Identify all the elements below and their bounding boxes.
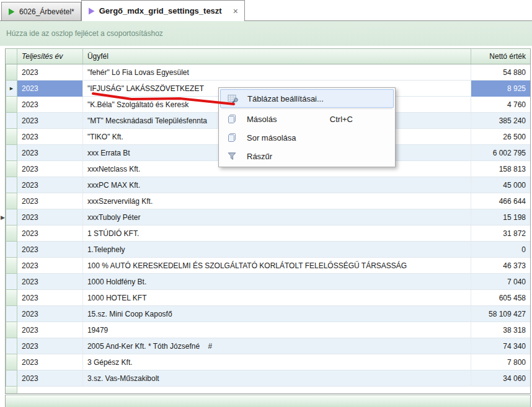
row-indicator-cell[interactable] [6,145,17,161]
row-indicator-cell[interactable] [6,113,17,129]
cell-year[interactable]: 2023 [17,306,83,322]
cell-value[interactable]: 15 198 [471,209,530,225]
cell-value[interactable]: 38 318 [471,322,530,338]
group-by-panel[interactable]: Húzza ide az oszlop fejlécet a csoportos… [0,21,532,46]
cell-value[interactable]: 45 000 [471,177,530,193]
row-indicator-cell[interactable] [6,193,17,209]
cell-year[interactable]: 2023 [17,64,83,81]
table-row[interactable]: 20231947938 318 [6,322,530,338]
table-row[interactable]: 20231 STÚDIÓ KFT.31 872 [6,225,530,242]
cell-year[interactable]: 2023 [17,113,83,129]
cell-year[interactable]: 2023 [17,354,83,370]
row-indicator-cell[interactable] [6,306,17,322]
cell-customer[interactable]: "fehér" Ló Fia Lovas Egyesület [83,64,471,81]
cell-value[interactable]: 34 060 [471,370,530,387]
cell-year[interactable]: 2023 [17,97,83,113]
cell-year[interactable]: 2023 [17,161,83,177]
row-indicator-cell[interactable] [6,242,17,258]
cell-year[interactable]: 2023 [17,177,83,193]
cell-customer[interactable]: 1.Telephely [83,242,471,258]
table-row[interactable]: 2023100 % AUTÓ KERESKEDELMI ÉS SZOLGÁLTA… [6,258,530,274]
cell-customer[interactable]: 100 % AUTÓ KERESKEDELMI ÉS SZOLGÁLTATÓ K… [83,258,471,274]
cell-value[interactable]: 6 002 795 [471,145,530,161]
menu-item-copy[interactable]: MásolásCtrl+C [220,110,394,128]
cell-value[interactable]: 466 644 [471,193,530,209]
tab-gergo-mdx-grid-settings-teszt[interactable]: Gergő_mdx_grid_settings_teszt × [81,0,245,21]
cell-value[interactable]: 74 340 [471,338,530,354]
cell-year[interactable]: 2023 [17,129,83,145]
row-indicator-cell[interactable] [6,290,17,306]
row-indicator-cell[interactable] [6,322,17,338]
cell-value[interactable]: 605 458 [471,290,530,306]
table-row[interactable]: 2023xxxSzervervilág Kft.466 644 [6,193,530,209]
table-row[interactable]: 20231000 HOTEL KFT605 458 [6,290,530,306]
cell-value[interactable]: 7 040 [471,274,530,290]
cell-customer[interactable]: xxxTuboly Péter [83,209,471,225]
row-indicator-cell[interactable] [6,354,17,370]
cell-customer[interactable]: 1000 Holdfény Bt. [83,274,471,290]
cell-value[interactable]: 58 109 427 [471,306,530,322]
cell-customer[interactable]: 1000 HOTEL KFT [83,290,471,306]
table-row[interactable]: 202315.sz. Mini Coop Kaposfő58 109 427 [6,306,530,322]
menu-item-table-settings[interactable]: Táblázat beállításai... [220,89,394,108]
row-indicator-cell[interactable] [6,209,17,225]
cell-value[interactable]: 7 800 [471,354,530,370]
cell-year[interactable]: 2023 [17,322,83,338]
cell-year[interactable]: 2023 [17,145,83,161]
table-row[interactable]: 2023"fehér" Ló Fia Lovas Egyesület54 880 [6,64,530,81]
row-indicator-cell[interactable] [6,161,17,177]
tab-6026-arbevetel[interactable]: 6026_Árbevétel* [1,2,81,20]
column-header-netto-ertek[interactable]: Nettó érték [471,49,530,64]
row-indicator-cell[interactable] [6,274,17,290]
cell-year[interactable]: 2023 [17,370,83,387]
cell-value[interactable]: 158 813 [471,161,530,177]
table-row[interactable]: 20233.sz. Vas-Műszakibolt34 060 [6,370,530,387]
cell-year[interactable]: 2023 [17,193,83,209]
row-indicator-cell[interactable] [6,338,17,354]
table-row[interactable]: 20231000 Holdfény Bt.7 040 [6,274,530,290]
menu-item-filter[interactable]: Rászűr [220,147,394,165]
cell-customer[interactable]: 15.sz. Mini Coop Kaposfő [83,306,471,322]
cell-year[interactable]: 2023 [17,258,83,274]
cell-customer[interactable]: xxxPC MAX Kft. [83,177,471,193]
cell-customer[interactable]: 2005 And-Ker Kft. * Tóth Józsefné # [83,338,471,354]
table-row[interactable]: 20233 Gépész Kft.7 800 [6,354,530,370]
cell-year[interactable]: 2023 [17,274,83,290]
cell-year[interactable]: 2023 [17,225,83,242]
cell-customer[interactable]: 19479 [83,322,471,338]
cell-year[interactable]: 2023 [17,290,83,306]
cell-customer[interactable]: 1 STÚDIÓ KFT. [83,225,471,242]
row-indicator-cell[interactable]: ▶ [6,81,17,97]
cell-value[interactable]: 26 500 [471,129,530,145]
column-header-ugyfel[interactable]: Ügyfél [83,49,471,64]
cell-value[interactable]: 54 880 [471,64,530,81]
row-indicator-cell[interactable] [6,129,17,145]
cell-value[interactable]: 46 373 [471,258,530,274]
row-indicator-cell[interactable] [6,258,17,274]
splitter-arrow-icon[interactable]: ▶ [1,215,5,221]
table-row[interactable]: 20231.Telephely0 [6,242,530,258]
table-row[interactable]: 2023xxxPC MAX Kft.45 000 [6,177,530,193]
cell-year[interactable]: 2023 [17,338,83,354]
cell-year[interactable]: 2023 [17,209,83,225]
table-row[interactable]: 2023xxxTuboly Péter15 198 [6,209,530,225]
cell-value[interactable]: 31 872 [471,225,530,242]
row-indicator-cell[interactable] [6,97,17,113]
table-row[interactable]: 20232005 And-Ker Kft. * Tóth Józsefné #7… [6,338,530,354]
row-indicator-cell[interactable] [6,177,17,193]
column-header-teljesites-ev[interactable]: Teljesítés év [17,49,83,64]
cell-year[interactable]: 2023 [17,81,83,97]
cell-customer[interactable]: 3.sz. Vas-Műszakibolt [83,370,471,387]
cell-value[interactable]: 8 925 [471,81,530,97]
cell-value[interactable]: 385 240 [471,113,530,129]
row-indicator-cell[interactable] [6,225,17,242]
cell-customer[interactable]: xxxSzervervilág Kft. [83,193,471,209]
cell-value[interactable]: 0 [471,242,530,258]
cell-value[interactable]: 4 760 [471,97,530,113]
menu-item-copy-row[interactable]: Sor másolása [220,128,394,147]
cell-customer[interactable]: 3 Gépész Kft. [83,354,471,370]
tab-close-icon[interactable]: × [233,7,238,15]
row-indicator-cell[interactable] [6,370,17,387]
row-indicator-cell[interactable] [6,64,17,81]
cell-year[interactable]: 2023 [17,242,83,258]
